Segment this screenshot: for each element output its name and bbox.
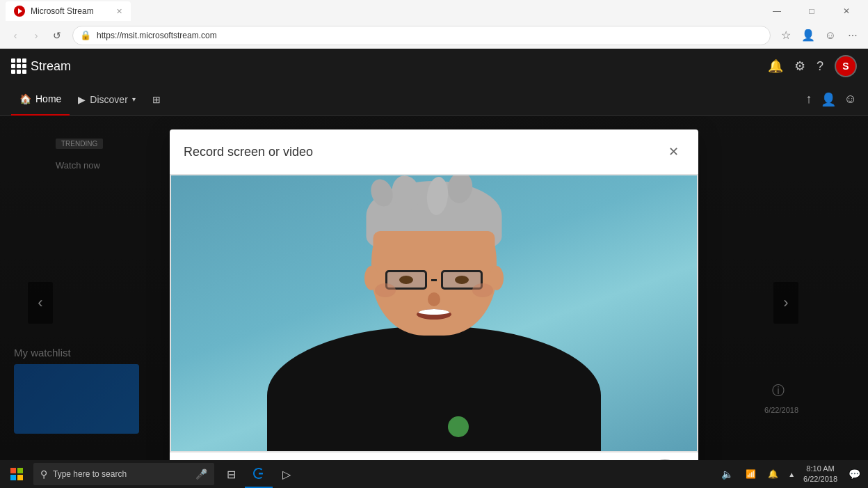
home-icon: 🏠 bbox=[19, 93, 31, 104]
refresh-button[interactable]: ↺ bbox=[47, 26, 67, 45]
search-bar[interactable]: ⚲ Type here to search 🎤 bbox=[33, 463, 214, 485]
taskbar-volume-icon[interactable]: 🔔 bbox=[763, 460, 782, 488]
lock-icon: 🔒 bbox=[80, 30, 91, 40]
record-modal: Record screen or video ✕ bbox=[170, 129, 698, 488]
minimize-button[interactable]: — bbox=[761, 0, 793, 22]
notification-icon[interactable]: 🔔 bbox=[768, 58, 783, 74]
upload-icon[interactable]: ↑ bbox=[806, 92, 812, 107]
face-icon[interactable]: ☺ bbox=[844, 92, 857, 107]
user-icon[interactable]: 👤 bbox=[821, 92, 836, 107]
settings-icon[interactable]: ⚙ bbox=[794, 58, 805, 74]
video-preview bbox=[170, 174, 698, 452]
maximize-button[interactable]: □ bbox=[796, 0, 828, 22]
app-name: Stream bbox=[31, 59, 71, 74]
close-button[interactable]: ✕ bbox=[830, 0, 862, 22]
emoji-icon[interactable]: ☺ bbox=[821, 26, 840, 45]
nav-more[interactable]: ⊞ bbox=[144, 84, 169, 116]
media-player-icon[interactable]: ▷ bbox=[273, 460, 300, 488]
forward-button[interactable]: › bbox=[26, 26, 46, 45]
modal-close-button[interactable]: ✕ bbox=[662, 141, 684, 163]
discover-icon: ▶ bbox=[78, 94, 86, 105]
favorites-icon[interactable]: ☆ bbox=[776, 26, 796, 45]
tab-title: Microsoft Stream bbox=[31, 6, 94, 16]
svg-rect-4 bbox=[17, 475, 23, 480]
help-icon[interactable]: ? bbox=[817, 59, 823, 74]
avatar[interactable]: S bbox=[835, 55, 857, 77]
tab-close-icon[interactable]: ✕ bbox=[116, 7, 122, 16]
nav-discover-label: Discover bbox=[90, 94, 127, 105]
taskbar-network-icon[interactable]: 📶 bbox=[741, 460, 760, 488]
start-button[interactable] bbox=[0, 460, 33, 488]
edge-icon[interactable] bbox=[245, 460, 273, 488]
svg-rect-3 bbox=[10, 475, 16, 480]
back-button[interactable]: ‹ bbox=[6, 26, 25, 45]
modal-title: Record screen or video bbox=[184, 145, 313, 159]
svg-rect-1 bbox=[10, 468, 16, 473]
cortana-icon: 🎤 bbox=[195, 469, 207, 480]
more-icon[interactable]: ··· bbox=[843, 26, 862, 45]
profile-icon[interactable]: 👤 bbox=[798, 26, 818, 45]
svg-rect-2 bbox=[17, 468, 23, 473]
svg-marker-0 bbox=[18, 8, 22, 14]
search-icon: ⚲ bbox=[40, 469, 47, 480]
time-display: 8:10 AM bbox=[803, 464, 837, 474]
task-view-button[interactable]: ⊟ bbox=[217, 460, 245, 488]
address-text[interactable]: https://msit.microsoftstream.com bbox=[97, 31, 217, 40]
action-center-icon[interactable]: 💬 bbox=[843, 460, 865, 488]
clock[interactable]: 8:10 AM 6/22/2018 bbox=[801, 464, 840, 485]
search-placeholder: Type here to search bbox=[53, 469, 127, 479]
date-display: 6/22/2018 bbox=[803, 474, 837, 485]
modal-overlay: Record screen or video ✕ bbox=[0, 116, 868, 488]
taskbar-speaker-icon[interactable]: 🔈 bbox=[716, 460, 738, 488]
system-tray-expand[interactable]: ▲ bbox=[785, 471, 798, 478]
nav-discover[interactable]: ▶ Discover ▾ bbox=[70, 84, 143, 116]
nav-home[interactable]: 🏠 Home bbox=[11, 84, 70, 116]
